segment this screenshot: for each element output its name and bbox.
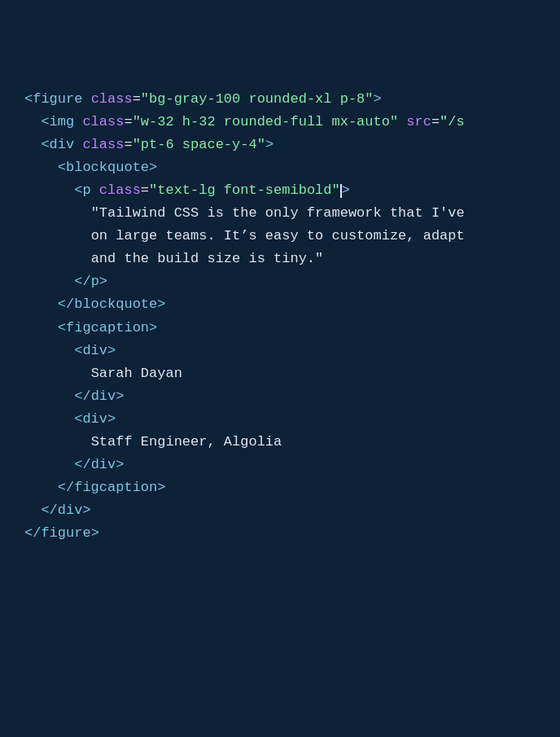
code-bracket: > [116, 388, 124, 404]
code-line: </figcaption> [24, 476, 536, 499]
code-bracket: > [99, 274, 107, 289]
code-tag: div [82, 343, 107, 358]
code-tag: p [82, 182, 90, 198]
code-bracket: </ [74, 388, 90, 404]
code-space [74, 137, 82, 152]
code-value: "pt-6 space-y-4" [133, 137, 265, 152]
code-bracket: </ [74, 457, 90, 472]
code-bracket: < [74, 182, 82, 198]
code-tag: figcaption [66, 320, 149, 336]
code-equals: = [133, 91, 141, 107]
code-value: "/s [440, 114, 465, 129]
code-line: "Tailwind CSS is the only framework that… [24, 202, 536, 225]
code-tag: figcaption [74, 480, 157, 495]
code-text: on large teams. It’s easy to customize, … [91, 228, 465, 243]
code-space [398, 114, 406, 129]
code-bracket: > [157, 480, 165, 495]
code-bracket: > [157, 296, 165, 312]
code-tag: img [50, 114, 75, 129]
code-space [82, 91, 90, 107]
code-bracket: < [58, 320, 66, 336]
code-bracket: > [107, 343, 116, 358]
code-bracket: > [149, 160, 157, 175]
code-tag: p [91, 274, 99, 289]
code-attr: class [91, 91, 133, 107]
code-equals: = [124, 114, 132, 129]
code-line: <div> [24, 408, 536, 431]
code-bracket: > [374, 91, 382, 107]
code-space [91, 182, 99, 198]
code-bracket: < [41, 137, 49, 152]
code-value: "bg-gray-100 rounded-xl p-8" [141, 91, 374, 107]
code-block: <figure class="bg-gray-100 rounded-xl p-… [0, 0, 560, 577]
code-tag: div [91, 457, 116, 472]
code-text: "Tailwind CSS is the only framework that… [91, 205, 465, 221]
code-line: on large teams. It’s easy to customize, … [24, 225, 536, 248]
code-bracket: < [41, 114, 49, 129]
code-attr: class [82, 137, 124, 152]
code-line: <figcaption> [24, 317, 536, 340]
code-bracket: > [265, 137, 273, 152]
code-line: <figure class="bg-gray-100 rounded-xl p-… [24, 88, 536, 111]
code-line: Sarah Dayan [24, 362, 536, 385]
code-tag: figure [33, 91, 82, 107]
code-tag: div [50, 137, 75, 152]
code-bracket: </ [74, 274, 90, 289]
code-text: Staff Engineer, Algolia [91, 434, 282, 450]
code-line: <p class="text-lg font-semibold"> [24, 179, 536, 202]
code-bracket: < [58, 160, 66, 175]
code-attr: src [406, 114, 431, 129]
code-bracket: </ [58, 296, 74, 312]
code-bracket: > [107, 411, 116, 427]
code-bracket: > [82, 502, 90, 518]
code-attr: class [99, 182, 141, 198]
code-bracket: </ [24, 525, 41, 541]
code-value: "w-32 h-32 rounded-full mx-auto" [133, 114, 398, 129]
code-equals: = [141, 182, 149, 198]
code-line: <blockquote> [24, 156, 536, 179]
code-line: Staff Engineer, Algolia [24, 431, 536, 454]
code-line: <img class="w-32 h-32 rounded-full mx-au… [24, 111, 536, 134]
code-bracket: < [24, 91, 33, 107]
code-tag: blockquote [66, 160, 149, 175]
code-text: Sarah Dayan [91, 366, 182, 381]
code-tag: div [58, 502, 83, 518]
code-bracket: > [116, 457, 124, 472]
code-line: </div> [24, 385, 536, 408]
code-line: <div> [24, 340, 536, 362]
code-line: </p> [24, 270, 536, 293]
code-bracket: > [342, 182, 350, 198]
code-tag: div [82, 411, 107, 427]
code-bracket: > [149, 320, 157, 336]
code-line: </div> [24, 454, 536, 476]
code-bracket: < [74, 343, 82, 358]
code-line: </figure> [24, 522, 536, 545]
code-tag: blockquote [74, 296, 157, 312]
code-bracket: </ [58, 480, 74, 495]
code-tag: div [91, 388, 116, 404]
code-tag: figure [41, 525, 90, 541]
code-bracket: > [91, 525, 99, 541]
code-attr: class [82, 114, 124, 129]
code-equals: = [431, 114, 440, 129]
code-bracket: < [74, 411, 82, 427]
code-value: "text-lg font-semibold" [149, 182, 340, 198]
code-line: <div class="pt-6 space-y-4"> [24, 134, 536, 156]
code-line: </div> [24, 499, 536, 522]
code-equals: = [124, 137, 132, 152]
code-text: and the build size is tiny." [91, 251, 324, 266]
code-line: </blockquote> [24, 293, 536, 316]
code-space [74, 114, 82, 129]
code-bracket: </ [41, 502, 57, 518]
code-line: and the build size is tiny." [24, 248, 536, 270]
